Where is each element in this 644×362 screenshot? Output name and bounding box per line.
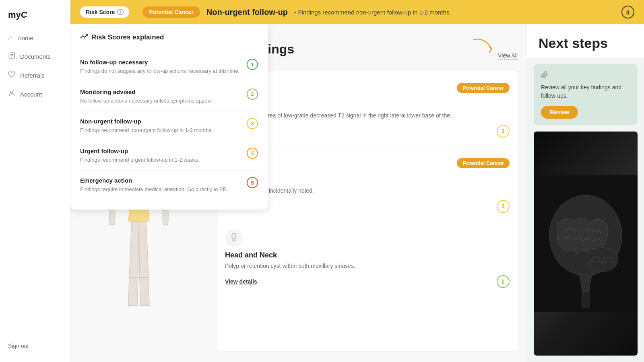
risk-item-2-title: Monitoring advised (80, 88, 242, 95)
finding-name-1: Pelvis (225, 101, 510, 109)
review-button[interactable]: Review (541, 106, 578, 119)
risk-item-3-title: Non-urgent follow-up (80, 118, 242, 125)
banner-divider (136, 6, 136, 18)
app-logo: myC (0, 6, 70, 30)
sidebar-item-account-label: Account (20, 91, 42, 98)
documents-icon (8, 52, 15, 61)
risk-item-3-desc: Findings recommend non-urgent follow-up … (80, 126, 242, 134)
finding-badge-2: Potential Cancer (457, 158, 510, 168)
potential-cancer-badge: Potential Cancer (142, 6, 200, 18)
sidebar-item-documents[interactable]: Documents (3, 48, 67, 65)
risk-item-1: No follow-up necessary Findings do not s… (80, 52, 258, 82)
next-steps-card: Review all your key findings and follow-… (534, 64, 638, 125)
mri-preview[interactable] (534, 132, 638, 356)
risk-item-5: Emergency action Findings require immedi… (80, 171, 258, 200)
curved-arrow-svg (470, 35, 498, 60)
mri-image (534, 132, 638, 356)
score-circle-2: 3 (497, 200, 510, 213)
sidebar-item-documents-label: Documents (20, 53, 51, 60)
sidebar-item-account[interactable]: Account (3, 86, 67, 103)
banner-subtitle: • Findings recommend non-urgent follow-u… (294, 9, 451, 16)
banner-score-number: 3 (621, 6, 634, 19)
risk-badge-1: 1 (247, 59, 258, 70)
risk-item-5-title: Emergency action (80, 177, 242, 184)
risk-item-1-title: No follow-up necessary (80, 59, 242, 66)
info-icon[interactable]: i (117, 9, 124, 15)
risk-banner: Risk Score i Potential Cancer Non-urgent… (70, 0, 644, 24)
sidebar-nav: ⌂ Home Documents Referrals (0, 30, 70, 336)
heart-icon (8, 71, 15, 80)
view-all-link[interactable]: View All (498, 52, 518, 60)
risk-score-pill[interactable]: Risk Score i (80, 6, 129, 18)
next-steps-header: Next steps (527, 24, 644, 58)
arrow-container: View All (470, 35, 518, 63)
content-area: Risk Scores explained No follow-up neces… (70, 24, 644, 362)
finding-badge-1: Potential Cancer (457, 83, 510, 93)
finding-desc-3: Polyp or retention cyst within both maxi… (225, 262, 510, 270)
sidebar-item-home-label: Home (17, 35, 33, 41)
finding-name-2: Pelvis (225, 176, 510, 184)
risk-scores-icon (80, 32, 88, 42)
sidebar-item-referrals-label: Referrals (20, 72, 45, 79)
risk-item-1-desc: Findings do not suggest any follow-up ac… (80, 67, 242, 75)
sidebar: myC ⌂ Home Documents Referrals (0, 0, 70, 362)
next-steps-card-text: Review all your key findings and follow-… (541, 83, 630, 100)
score-circle-3: 2 (497, 275, 510, 288)
next-steps-title: Next steps (539, 35, 633, 51)
risk-item-2-desc: No follow-up actions necessary unless sy… (80, 97, 242, 105)
next-steps-panel: Next steps Review all your key findings … (527, 24, 644, 362)
banner-title: Non-urgent follow-up (206, 8, 288, 17)
risk-badge-3: 3 (247, 118, 258, 129)
finding-icon-3 (225, 229, 243, 247)
head-neck-icon (228, 232, 239, 244)
svg-point-4 (10, 91, 13, 93)
sidebar-item-home[interactable]: ⌂ Home (3, 30, 67, 46)
finding-name-3: Head and Neck (225, 251, 510, 259)
sign-out-button[interactable]: Sign out (0, 336, 70, 356)
risk-scores-header: Risk Scores explained (80, 32, 258, 49)
main-content: Risk Score i Potential Cancer Non-urgent… (70, 0, 644, 362)
finding-desc-1: Wedge-shaped area of low-grade decreased… (225, 111, 510, 120)
paperclip-icon (541, 71, 630, 80)
risk-item-4: Urgent follow-up Findings recommend urge… (80, 141, 258, 171)
sidebar-item-referrals[interactable]: Referrals (3, 67, 67, 84)
risk-badge-2: 2 (247, 88, 258, 100)
risk-badge-4: 4 (247, 148, 258, 159)
finding-card-3: Head and Neck Polyp or retention cyst wi… (217, 221, 518, 296)
risk-score-label: Risk Score (86, 9, 115, 15)
risk-item-4-desc: Findings recommend urgent follow-up in 1… (80, 156, 242, 164)
risk-badge-5: 5 (247, 177, 258, 188)
logo-text: myC (8, 10, 27, 20)
risk-item-5-desc: Findings require immediate medical atten… (80, 185, 242, 193)
risk-item-3: Non-urgent follow-up Findings recommend … (80, 111, 258, 141)
risk-scores-panel: Risk Scores explained No follow-up neces… (70, 24, 268, 210)
score-circle-1: 3 (497, 125, 510, 138)
mri-brain-svg (534, 132, 638, 356)
risk-item-4-title: Urgent follow-up (80, 148, 242, 154)
account-icon (8, 90, 15, 99)
view-details-3[interactable]: View details (225, 278, 257, 285)
home-icon: ⌂ (8, 34, 12, 42)
svg-rect-18 (582, 292, 589, 308)
finding-desc-2: Small utricle cyst incidentally noted. (225, 187, 510, 195)
risk-item-2: Monitoring advised No follow-up actions … (80, 82, 258, 112)
risk-scores-title: Risk Scores explained (91, 33, 164, 41)
